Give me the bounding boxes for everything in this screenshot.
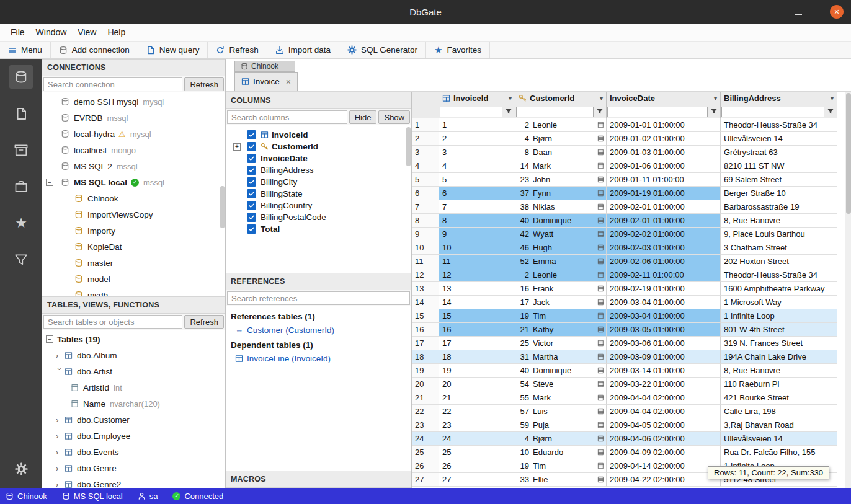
cell-billingaddress[interactable]: 319 N. Frances Street <box>721 337 837 350</box>
cell-customerid[interactable]: 25Victor <box>515 337 607 350</box>
activity-favorites[interactable]: ★ <box>9 211 33 235</box>
connection-item-chinook[interactable]: Chinook <box>42 190 225 206</box>
table-item-dbo-genre[interactable]: ›dbo.Genre <box>42 460 225 476</box>
reference-link-customer-customerid[interactable]: ⇔Customer (CustomerId) <box>235 325 406 335</box>
toolbar-new-query[interactable]: New query <box>138 42 208 58</box>
connections-refresh-button[interactable]: Refresh <box>184 77 224 91</box>
tab-invoice[interactable]: Invoice × <box>234 72 298 91</box>
cell-invoiceid[interactable]: 20 <box>439 378 515 391</box>
corner-header-cell[interactable] <box>412 92 439 105</box>
checkbox-checked-icon[interactable] <box>247 189 256 198</box>
cell-customerid[interactable]: 38Niklas <box>515 200 607 214</box>
cell-customerid[interactable]: 59Puja <box>515 418 607 432</box>
statusbar-ms-sql-local[interactable]: MS SQL local <box>62 492 123 501</box>
activity-filters[interactable] <box>9 248 33 272</box>
cell-customerid[interactable]: 19Tim <box>515 459 607 473</box>
connection-item-ms-sql-local[interactable]: −MS SQL local✓mssql <box>42 174 225 190</box>
cell-customerid[interactable]: 8Daan <box>515 146 607 159</box>
filter-funnel-icon[interactable] <box>708 107 720 117</box>
cell-customerid[interactable]: 2Leonie <box>515 118 607 132</box>
menu-help[interactable]: Help <box>102 27 131 37</box>
open-reference-icon[interactable] <box>597 353 604 360</box>
chevron-right-icon[interactable]: › <box>56 351 65 360</box>
cell-billingaddress[interactable]: Theodor-Heuss-Straße 34 <box>721 268 837 282</box>
table-row[interactable]: 5523John2009-01-11 01:00:0069 Salem Stre… <box>412 173 851 187</box>
cell-invoicedate[interactable]: 2009-02-01 01:00:00 <box>607 200 721 214</box>
cell-invoicedate[interactable]: 2009-04-09 02:00:00 <box>607 446 721 459</box>
cell-customerid[interactable]: 17Jack <box>515 296 607 309</box>
table-row[interactable]: 202054Steve2009-03-22 01:00:00110 Raebur… <box>412 378 851 391</box>
cell-billingaddress[interactable]: 1600 Amphitheatre Parkway <box>721 282 837 296</box>
cell-customerid[interactable]: 42Wyatt <box>515 228 607 241</box>
row-number[interactable]: 18 <box>412 350 439 364</box>
table-row[interactable]: 151519Tim2009-03-04 01:00:001 Infinite L… <box>412 309 851 323</box>
toolbar-add-connection[interactable]: Add connection <box>51 42 138 58</box>
row-number[interactable]: 22 <box>412 405 439 418</box>
toolbar-sql-generator[interactable]: SQL Generator <box>339 42 426 58</box>
cell-invoicedate[interactable]: 2009-01-06 01:00:00 <box>607 159 721 173</box>
cell-billingaddress[interactable]: 801 W 4th Street <box>721 323 837 337</box>
reference-link-invoiceline-invoiceid[interactable]: InvoiceLine (InvoiceId) <box>235 354 406 363</box>
collapse-toggle-icon[interactable]: − <box>46 335 53 343</box>
row-number[interactable]: 5 <box>412 173 439 187</box>
row-number[interactable]: 2 <box>412 132 439 146</box>
cell-customerid[interactable]: 14Mark <box>515 159 607 173</box>
open-reference-icon[interactable] <box>597 326 604 333</box>
cell-billingaddress[interactable]: Barbarossastraße 19 <box>721 200 837 214</box>
activity-settings[interactable] <box>9 457 33 480</box>
connection-item-master[interactable]: master <box>42 255 225 271</box>
macros-header[interactable]: MACROS <box>226 471 411 488</box>
table-item-dbo-employee[interactable]: ›dbo.Employee <box>42 428 225 444</box>
show-button[interactable]: Show <box>378 110 410 124</box>
cell-invoicedate[interactable]: 2009-03-22 01:00:00 <box>607 378 721 391</box>
open-reference-icon[interactable] <box>597 272 604 278</box>
column-item-name[interactable]: Namenvarchar(120) <box>42 396 225 412</box>
activity-connections[interactable] <box>9 65 33 89</box>
open-reference-icon[interactable] <box>597 217 604 224</box>
cell-customerid[interactable]: 31Martha <box>515 350 607 364</box>
table-row[interactable]: 7738Niklas2009-02-01 01:00:00Barbarossas… <box>412 200 851 214</box>
connection-item-importy[interactable]: Importy <box>42 223 225 239</box>
cell-billingaddress[interactable]: 3 Chatham Street <box>721 241 837 255</box>
open-reference-icon[interactable] <box>597 422 604 428</box>
column-header-invoiceid[interactable]: InvoiceId▾ <box>439 92 515 105</box>
cell-invoiceid[interactable]: 27 <box>439 473 515 487</box>
connection-item-ms-sql-2[interactable]: MS SQL 2mssql <box>42 158 225 174</box>
statusbar-sa[interactable]: sa <box>138 492 158 501</box>
table-row[interactable]: 101046Hugh2009-02-03 01:00:003 Chatham S… <box>412 241 851 255</box>
table-row[interactable]: 212155Mark2009-04-04 02:00:00421 Bourke … <box>412 391 851 405</box>
cell-invoicedate[interactable]: 2009-02-11 01:00:00 <box>607 268 721 282</box>
cell-customerid[interactable]: 23John <box>515 173 607 187</box>
cell-invoiceid[interactable]: 4 <box>439 159 515 173</box>
grid-scrollbar[interactable] <box>845 92 851 488</box>
open-reference-icon[interactable] <box>597 176 604 183</box>
filter-funnel-icon[interactable] <box>594 107 605 117</box>
cell-invoicedate[interactable]: 2009-01-03 01:00:00 <box>607 146 721 159</box>
open-reference-icon[interactable] <box>597 203 604 210</box>
row-number[interactable]: 26 <box>412 459 439 473</box>
menu-window[interactable]: Window <box>30 27 73 37</box>
cell-billingaddress[interactable]: 1 Infinite Loop <box>721 309 837 323</box>
maximize-button[interactable] <box>813 9 819 15</box>
cell-invoicedate[interactable]: 2009-01-11 01:00:00 <box>607 173 721 187</box>
open-reference-icon[interactable] <box>597 231 604 237</box>
cell-invoicedate[interactable]: 2009-03-09 01:00:00 <box>607 350 721 364</box>
column-row-invoiceid[interactable]: InvoiceId <box>226 129 411 141</box>
cell-invoiceid[interactable]: 7 <box>439 200 515 214</box>
cell-invoicedate[interactable]: 2009-04-05 02:00:00 <box>607 418 721 432</box>
table-row[interactable]: 8840Dominique2009-02-01 01:00:008, Rue H… <box>412 214 851 228</box>
cell-billingaddress[interactable]: Ullevålsveien 14 <box>721 132 837 146</box>
row-number[interactable]: 27 <box>412 473 439 487</box>
table-item-dbo-artist[interactable]: ›dbo.Artist <box>42 363 225 379</box>
open-reference-icon[interactable] <box>597 435 604 442</box>
group-item-tables-19[interactable]: −Tables (19) <box>42 331 225 347</box>
chevron-right-icon[interactable]: › <box>56 415 65 425</box>
cell-billingaddress[interactable]: 8210 111 ST NW <box>721 159 837 173</box>
row-number[interactable]: 9 <box>412 228 439 241</box>
cell-invoiceid[interactable]: 11 <box>439 255 515 268</box>
table-item-dbo-events[interactable]: ›dbo.Events <box>42 444 225 460</box>
cell-customerid[interactable]: 54Steve <box>515 378 607 391</box>
database-tab-chinook[interactable]: Chinook <box>234 61 295 72</box>
filter-input-customerid[interactable] <box>516 107 594 117</box>
table-row[interactable]: 161621Kathy2009-03-05 01:00:00801 W 4th … <box>412 323 851 337</box>
